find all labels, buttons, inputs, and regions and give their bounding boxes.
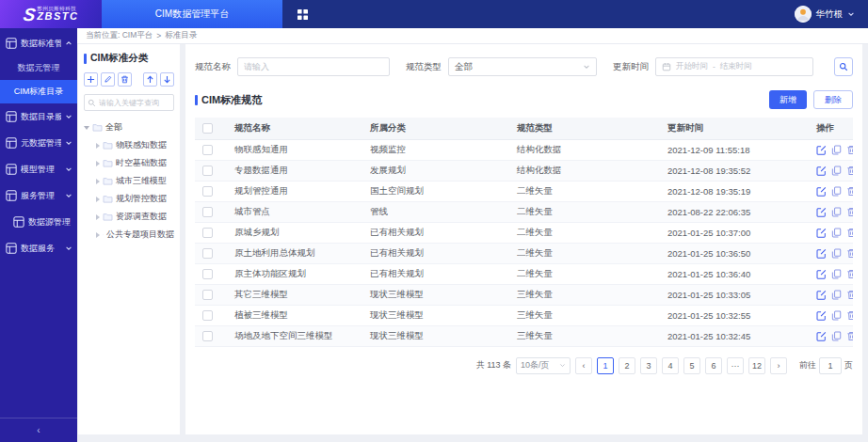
- page-button-6[interactable]: 6: [705, 357, 722, 374]
- select-all-checkbox[interactable]: [202, 123, 213, 134]
- delete-icon[interactable]: [846, 331, 853, 341]
- update-time-range-picker[interactable]: 开始时间 - 结束时间: [655, 57, 813, 76]
- tree-node-planning[interactable]: 规划管控数据: [84, 190, 174, 208]
- chevron-down-icon: [65, 166, 72, 173]
- move-up-button[interactable]: [143, 72, 157, 87]
- sidebar-item-cim-standard-catalog[interactable]: CIM标准目录: [0, 80, 77, 103]
- row-checkbox[interactable]: [202, 166, 213, 176]
- delete-icon[interactable]: [846, 186, 853, 197]
- delete-button[interactable]: 删除: [813, 90, 853, 109]
- detail-icon[interactable]: [831, 310, 842, 321]
- detail-icon[interactable]: [831, 331, 842, 341]
- detail-icon[interactable]: [831, 207, 842, 217]
- edit-icon[interactable]: [816, 186, 827, 197]
- row-checkbox[interactable]: [202, 269, 213, 279]
- row-checkbox[interactable]: [202, 228, 213, 238]
- cell-category: 国土空间规划: [362, 181, 509, 201]
- search-icon: [839, 62, 848, 71]
- sidebar-item-service-mgmt[interactable]: 服务管理: [0, 182, 77, 209]
- apps-grid-icon[interactable]: [282, 0, 322, 28]
- tree-node-city-3d[interactable]: 城市三维模型: [84, 172, 174, 190]
- tree-node-root[interactable]: 全部: [84, 118, 174, 136]
- row-checkbox[interactable]: [202, 331, 213, 341]
- tree-node-resource-survey[interactable]: 资源调查数据: [84, 208, 174, 226]
- delete-icon[interactable]: [846, 166, 853, 176]
- delete-icon[interactable]: [846, 145, 853, 155]
- top-header: S 苏州贝斯特科技 ZBSTC CIM数据管理平台 华竹根: [0, 0, 868, 28]
- prev-page-button[interactable]: ‹: [575, 357, 592, 374]
- row-checkbox[interactable]: [202, 248, 213, 259]
- edit-icon[interactable]: [816, 331, 827, 341]
- delete-icon[interactable]: [846, 228, 853, 238]
- edit-icon[interactable]: [816, 145, 827, 155]
- delete-icon[interactable]: [846, 310, 853, 321]
- delete-icon[interactable]: [846, 269, 853, 279]
- edit-icon[interactable]: [816, 248, 827, 259]
- row-checkbox[interactable]: [202, 186, 213, 197]
- add-button[interactable]: 新增: [769, 90, 807, 109]
- detail-icon[interactable]: [831, 186, 842, 197]
- detail-icon[interactable]: [831, 269, 842, 279]
- edit-icon[interactable]: [816, 166, 827, 176]
- sidebar-item-data-service[interactable]: 数据服务: [0, 235, 77, 261]
- delete-category-button[interactable]: [118, 72, 132, 87]
- page-button-1[interactable]: 1: [597, 357, 614, 374]
- sidebar-item-metadata-mgmt[interactable]: 元数据管理: [0, 130, 77, 156]
- tab-cim-data-platform[interactable]: CIM数据管理平台: [102, 0, 282, 28]
- edit-icon[interactable]: [816, 207, 827, 217]
- detail-icon[interactable]: [831, 248, 842, 259]
- delete-icon[interactable]: [846, 207, 853, 217]
- row-checkbox[interactable]: [202, 310, 213, 321]
- sidebar-item-data-standard-mgmt[interactable]: 数据标准管理: [0, 30, 77, 56]
- page-button-last[interactable]: 12: [748, 357, 765, 374]
- page-ellipsis[interactable]: ···: [727, 357, 744, 374]
- detail-icon[interactable]: [831, 228, 842, 238]
- sidebar-item-data-element-mgmt[interactable]: 数据元管理: [0, 56, 77, 80]
- tree-search-input[interactable]: [84, 94, 174, 111]
- cell-updated: 2021-01-25 10:37:00: [660, 222, 809, 243]
- chevron-down-icon: [847, 10, 855, 18]
- row-checkbox[interactable]: [202, 290, 213, 300]
- spec-name-input[interactable]: [237, 57, 390, 76]
- next-page-button[interactable]: ›: [770, 357, 787, 374]
- edit-icon[interactable]: [816, 310, 827, 321]
- page-button-2[interactable]: 2: [619, 357, 635, 374]
- page-button-3[interactable]: 3: [640, 357, 657, 374]
- detail-icon[interactable]: [831, 166, 842, 176]
- user-menu[interactable]: 华竹根: [795, 0, 868, 28]
- sidebar-item-data-catalog-service[interactable]: 数据目录服务: [0, 103, 77, 130]
- edit-category-button[interactable]: [101, 72, 115, 87]
- move-down-button[interactable]: [160, 72, 174, 87]
- row-checkbox[interactable]: [202, 207, 213, 217]
- delete-icon[interactable]: [846, 248, 853, 259]
- detail-icon[interactable]: [831, 145, 842, 155]
- edit-icon[interactable]: [816, 228, 827, 238]
- sidebar-collapse-button[interactable]: ‹: [0, 418, 77, 442]
- caret-right-icon: [96, 232, 100, 238]
- avatar: [795, 6, 812, 23]
- cell-updated: 2021-01-25 10:32:45: [660, 325, 809, 346]
- edit-icon[interactable]: [816, 269, 827, 279]
- spec-type-select[interactable]: 全部: [448, 57, 597, 76]
- table-row: 物联感知通用 视频监控 结构化数据 2021-12-09 11:55:18: [195, 139, 853, 160]
- tree-node-public-project[interactable]: 公共专题项目数据: [84, 226, 174, 244]
- sidebar-item-model-mgmt[interactable]: 模型管理: [0, 156, 77, 182]
- standards-table: 规范名称 所属分类 规范类型 更新时间 操作 物联感知通用 视: [195, 118, 853, 347]
- detail-icon[interactable]: [831, 290, 842, 300]
- sidebar-item-datasource-mgmt[interactable]: 数据源管理: [0, 209, 77, 235]
- delete-icon[interactable]: [846, 290, 853, 300]
- tree-node-iot[interactable]: 物联感知数据: [84, 136, 174, 154]
- search-button[interactable]: [834, 57, 853, 76]
- page-button-5[interactable]: 5: [683, 357, 700, 374]
- jump-page-input[interactable]: [819, 357, 842, 374]
- caret-down-icon: [84, 126, 89, 130]
- table-row: 场地及地下空间三维模型 现状三维模型 三维矢量 2021-01-25 10:32…: [195, 325, 853, 346]
- page-size-select[interactable]: 10条/页: [516, 357, 571, 374]
- folder-icon: [103, 159, 113, 167]
- row-checkbox[interactable]: [202, 145, 213, 155]
- add-category-button[interactable]: [84, 72, 98, 87]
- edit-icon[interactable]: [816, 290, 827, 300]
- tree-node-spatiotemporal[interactable]: 时空基础数据: [84, 154, 174, 172]
- folder-icon: [103, 230, 104, 239]
- page-button-4[interactable]: 4: [662, 357, 679, 374]
